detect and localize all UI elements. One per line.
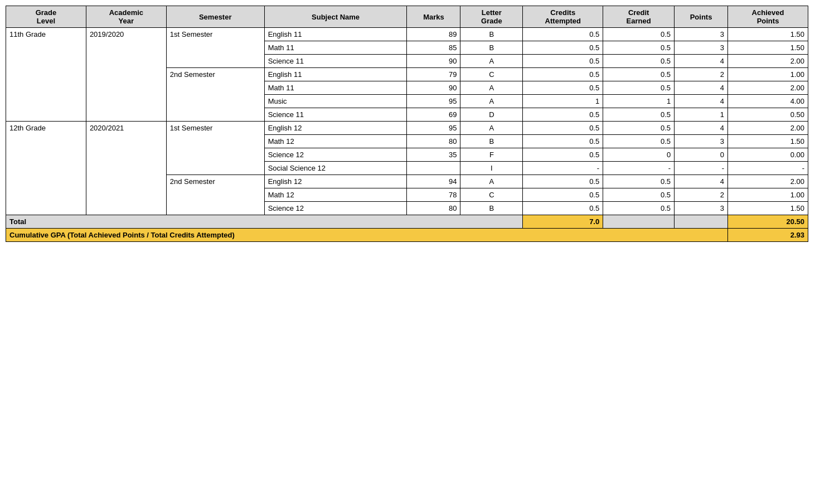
credits-attempted-cell: 0.5 [523,55,603,68]
subject-name-cell: Science 11 [264,55,407,68]
letter-grade-cell: C [460,188,523,202]
credits-attempted-cell: 0.5 [523,28,603,41]
credits-attempted-cell: 1 [523,95,603,108]
points-cell: 4 [675,95,728,108]
points-cell: 1 [675,108,728,122]
credits-attempted-cell: 0.5 [523,202,603,215]
credit-earned-cell: 1 [603,95,675,108]
gpa-row: Cumulative GPA (Total Achieved Points / … [6,229,808,242]
subject-name-cell: English 12 [264,175,407,188]
total-credits-attempted: 7.0 [523,215,603,229]
achieved-points-cell: 1.00 [728,188,808,202]
points-cell: 4 [675,55,728,68]
grade-level-cell: 11th Grade [6,28,86,122]
achieved-points-cell: 0.50 [728,108,808,122]
subject-name-cell: English 12 [264,122,407,135]
subject-name-cell: Math 12 [264,135,407,148]
subject-name-cell: Science 12 [264,202,407,215]
letter-grade-cell: A [460,122,523,135]
achieved-points-cell: 2.00 [728,122,808,135]
credits-attempted-cell: 0.5 [523,148,603,162]
points-cell: 2 [675,68,728,81]
semester-cell: 2nd Semester [166,175,264,215]
gpa-value: 2.93 [728,229,808,242]
letter-grade-cell: C [460,68,523,81]
subject-name-cell: Music [264,95,407,108]
achieved-points-cell: 2.00 [728,55,808,68]
gpa-label: Cumulative GPA (Total Achieved Points / … [6,229,728,242]
marks-cell: 80 [407,202,460,215]
achieved-points-cell: 1.50 [728,41,808,55]
credits-attempted-cell: 0.5 [523,108,603,122]
header-credits-attempted: Credits Attempted [523,6,603,28]
header-semester: Semester [166,6,264,28]
points-cell: 4 [675,81,728,95]
total-credit-earned [603,215,675,229]
total-points [675,215,728,229]
credits-attempted-cell: 0.5 [523,188,603,202]
points-cell: 0 [675,148,728,162]
academic-year-cell: 2019/2020 [86,28,166,122]
credit-earned-cell: 0.5 [603,41,675,55]
subject-name-cell: Social Science 12 [264,162,407,175]
header-academic-year: Academic Year [86,6,166,28]
total-label: Total [6,215,523,229]
marks-cell: 78 [407,188,460,202]
letter-grade-cell: A [460,95,523,108]
points-cell: 3 [675,28,728,41]
header-credit-earned: Credit Earned [603,6,675,28]
achieved-points-cell: 4.00 [728,95,808,108]
subject-name-cell: Science 12 [264,148,407,162]
subject-name-cell: Math 11 [264,81,407,95]
subject-name-cell: English 11 [264,28,407,41]
credit-earned-cell: 0.5 [603,202,675,215]
letter-grade-cell: B [460,135,523,148]
header-points: Points [675,6,728,28]
header-subject-name: Subject Name [264,6,407,28]
credit-earned-cell: 0.5 [603,81,675,95]
points-cell: 4 [675,122,728,135]
subject-name-cell: Math 11 [264,41,407,55]
achieved-points-cell: 2.00 [728,81,808,95]
credit-earned-cell: 0.5 [603,188,675,202]
letter-grade-cell: A [460,55,523,68]
credit-earned-cell: - [603,162,675,175]
credit-earned-cell: 0.5 [603,68,675,81]
letter-grade-cell: F [460,148,523,162]
credits-attempted-cell: - [523,162,603,175]
table-row: 11th Grade2019/20201st SemesterEnglish 1… [6,28,808,41]
letter-grade-cell: I [460,162,523,175]
achieved-points-cell: 1.50 [728,202,808,215]
grade-level-cell: 12th Grade [6,122,86,215]
credit-earned-cell: 0.5 [603,28,675,41]
marks-cell: 90 [407,81,460,95]
marks-cell [407,162,460,175]
credits-attempted-cell: 0.5 [523,135,603,148]
credits-attempted-cell: 0.5 [523,68,603,81]
achieved-points-cell: 1.50 [728,135,808,148]
points-cell: 3 [675,202,728,215]
marks-cell: 69 [407,108,460,122]
credit-earned-cell: 0.5 [603,55,675,68]
total-row: Total7.020.50 [6,215,808,229]
credits-attempted-cell: 0.5 [523,175,603,188]
header-grade-level: Grade Level [6,6,86,28]
letter-grade-cell: A [460,175,523,188]
semester-cell: 1st Semester [166,28,264,68]
achieved-points-cell: 2.00 [728,175,808,188]
marks-cell: 90 [407,55,460,68]
points-cell: 3 [675,135,728,148]
header-marks: Marks [407,6,460,28]
marks-cell: 85 [407,41,460,55]
credits-attempted-cell: 0.5 [523,41,603,55]
letter-grade-cell: B [460,28,523,41]
table-row: 12th Grade2020/20211st SemesterEnglish 1… [6,122,808,135]
credit-earned-cell: 0 [603,148,675,162]
points-cell: 2 [675,188,728,202]
marks-cell: 95 [407,95,460,108]
transcript-table: Grade Level Academic Year Semester Subje… [6,6,808,242]
achieved-points-cell: - [728,162,808,175]
marks-cell: 95 [407,122,460,135]
credits-attempted-cell: 0.5 [523,81,603,95]
subject-name-cell: Math 12 [264,188,407,202]
